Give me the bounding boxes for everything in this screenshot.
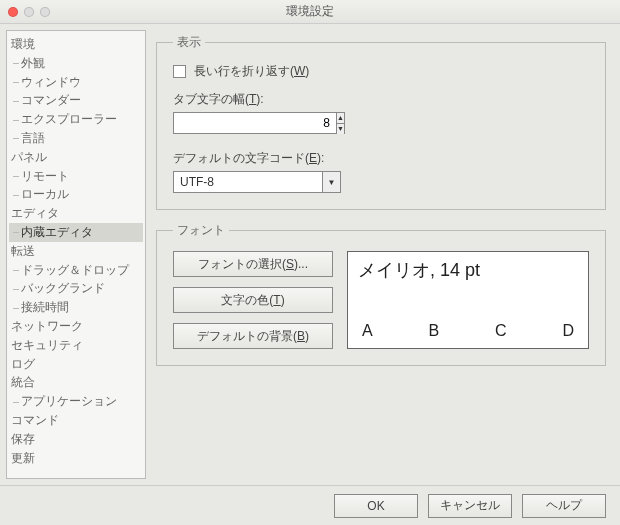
tree-item[interactable]: 保存 [9, 430, 143, 449]
tab-width-label: タブ文字の幅(T): [173, 91, 589, 108]
font-preview-name: メイリオ, 14 pt [358, 258, 578, 282]
tree-item[interactable]: セキュリティ [9, 336, 143, 355]
chevron-down-icon: ▼ [322, 172, 340, 192]
wrap-lines-checkbox[interactable]: 長い行を折り返す(W) [173, 63, 309, 80]
encoding-label: デフォルトの文字コード(E): [173, 150, 589, 167]
tree-item[interactable]: 接続時間 [9, 298, 143, 317]
tree-item[interactable]: エクスプローラー [9, 110, 143, 129]
window-title: 環境設定 [0, 3, 620, 20]
font-group: フォント フォントの選択(S)... 文字の色(T) デフォルトの背景(B) メ… [156, 222, 606, 366]
tree-item[interactable]: 言語 [9, 129, 143, 148]
tree-item[interactable]: ドラッグ＆ドロップ [9, 261, 143, 280]
category-tree[interactable]: 環境外観ウィンドウコマンダーエクスプローラー言語パネルリモートローカルエディタ内… [6, 30, 146, 479]
tree-item[interactable]: バックグランド [9, 279, 143, 298]
tree-item[interactable]: 環境 [9, 35, 143, 54]
font-preview: メイリオ, 14 pt ABCD [347, 251, 589, 349]
tree-item[interactable]: 内蔵エディタ [9, 223, 143, 242]
tree-item[interactable]: ログ [9, 355, 143, 374]
tree-item[interactable]: 統合 [9, 373, 143, 392]
tree-item[interactable]: アプリケーション [9, 392, 143, 411]
tree-item[interactable]: ネットワーク [9, 317, 143, 336]
tree-item[interactable]: 転送 [9, 242, 143, 261]
tree-item[interactable]: 更新 [9, 449, 143, 468]
display-legend: 表示 [173, 34, 205, 51]
tree-item[interactable]: ローカル [9, 185, 143, 204]
titlebar: 環境設定 [0, 0, 620, 24]
sample-char: D [562, 322, 574, 340]
sample-char: A [362, 322, 373, 340]
tree-item[interactable]: コマンド [9, 411, 143, 430]
tab-width-input[interactable] [173, 112, 337, 134]
default-background-button[interactable]: デフォルトの背景(B) [173, 323, 333, 349]
spin-up-icon[interactable]: ▲ [337, 113, 344, 124]
tree-item[interactable]: リモート [9, 167, 143, 186]
encoding-select[interactable]: UTF-8 ▼ [173, 171, 341, 193]
tree-item[interactable]: ウィンドウ [9, 73, 143, 92]
checkbox-icon [173, 65, 186, 78]
spin-down-icon[interactable]: ▼ [337, 124, 344, 134]
help-button[interactable]: ヘルプ [522, 494, 606, 518]
tree-item[interactable]: コマンダー [9, 91, 143, 110]
font-preview-sample: ABCD [358, 322, 578, 342]
sample-char: C [495, 322, 507, 340]
font-select-button[interactable]: フォントの選択(S)... [173, 251, 333, 277]
tab-width-stepper[interactable]: ▲ ▼ [173, 112, 341, 134]
tree-item[interactable]: エディタ [9, 204, 143, 223]
display-group: 表示 長い行を折り返す(W) タブ文字の幅(T): ▲ ▼ [156, 34, 606, 210]
sample-char: B [429, 322, 440, 340]
font-legend: フォント [173, 222, 229, 239]
ok-button[interactable]: OK [334, 494, 418, 518]
tree-item[interactable]: パネル [9, 148, 143, 167]
wrap-lines-label: 長い行を折り返す(W) [194, 63, 309, 80]
text-color-button[interactable]: 文字の色(T) [173, 287, 333, 313]
tree-item[interactable]: 外観 [9, 54, 143, 73]
dialog-footer: OK キャンセル ヘルプ [0, 485, 620, 525]
encoding-value: UTF-8 [174, 172, 322, 192]
cancel-button[interactable]: キャンセル [428, 494, 512, 518]
